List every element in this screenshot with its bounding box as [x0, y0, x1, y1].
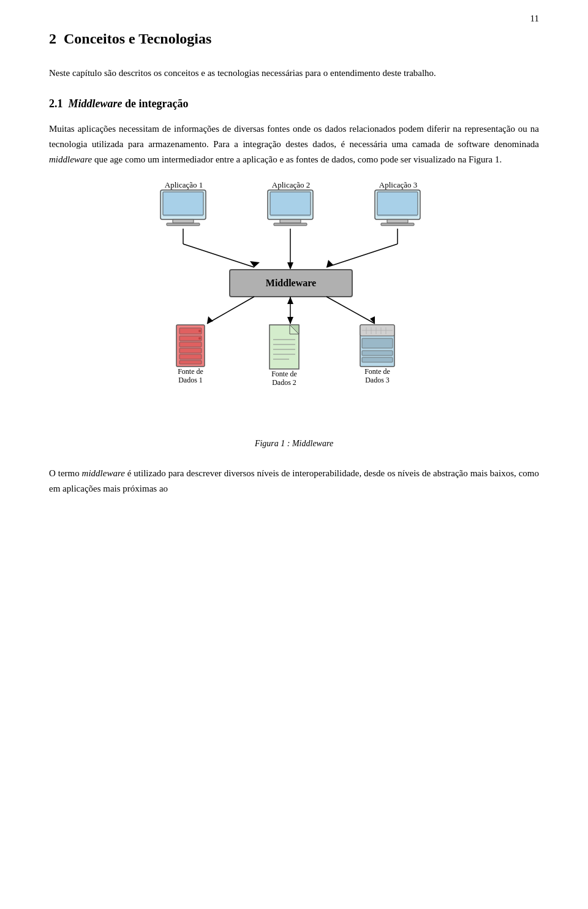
svg-rect-43: [362, 338, 393, 348]
svg-rect-44: [362, 351, 393, 356]
diagram-svg: Aplicação 1 Aplicação 2 Aplicação 3: [135, 177, 453, 428]
svg-line-16: [183, 244, 254, 267]
source3-label-line2: Dados 3: [365, 376, 390, 384]
middleware-diagram: Aplicação 1 Aplicação 2 Aplicação 3: [49, 177, 539, 428]
figure-caption: Figura 1 : Middleware: [49, 439, 539, 449]
data-source-3-icon: [360, 325, 394, 367]
svg-rect-7: [280, 219, 301, 223]
arrow-to-src2-down: [287, 317, 293, 324]
data-source-2-icon: [270, 325, 299, 369]
section-2-1-paragraph2: O termo middleware é utilizado para desc…: [49, 466, 539, 496]
svg-rect-6: [270, 192, 311, 215]
page-number: 11: [530, 13, 539, 24]
data-source-1-icon: [176, 325, 205, 367]
section-2-1-title: 2.1 Middleware de integração: [49, 97, 539, 110]
svg-rect-11: [377, 192, 418, 215]
svg-rect-25: [179, 336, 202, 341]
source1-label-line1: Fonte de: [178, 367, 203, 376]
computer-icon-3: [375, 190, 420, 226]
svg-rect-24: [179, 328, 202, 334]
svg-rect-12: [387, 219, 408, 223]
computer-icon-1: [160, 190, 206, 226]
arrow-from-src2-up: [287, 297, 293, 304]
svg-rect-28: [179, 354, 202, 359]
svg-rect-45: [362, 357, 393, 362]
source2-label-line2: Dados 2: [272, 378, 296, 387]
app1-label: Aplicação 1: [165, 180, 203, 189]
source2-label-line1: Fonte de: [271, 370, 297, 378]
svg-rect-1: [163, 192, 203, 215]
svg-marker-32: [270, 325, 299, 369]
chapter-title: 2 Conceitos e Tecnologias: [49, 31, 539, 47]
svg-rect-8: [274, 223, 307, 226]
svg-point-31: [198, 337, 201, 340]
source3-label-line1: Fonte de: [364, 367, 390, 376]
arrow2-head: [287, 262, 293, 270]
svg-rect-26: [179, 342, 202, 347]
app3-label: Aplicação 3: [379, 180, 417, 189]
middleware-text: Middleware: [266, 278, 316, 288]
intro-paragraph: Neste capítulo são descritos os conceito…: [49, 66, 539, 80]
app2-label: Aplicação 2: [272, 180, 310, 189]
svg-rect-3: [167, 223, 200, 226]
section-2-1-paragraph1: Muitas aplicações necessitam de informaç…: [49, 121, 539, 167]
svg-rect-13: [381, 223, 414, 226]
computer-icon-2: [268, 190, 313, 226]
svg-point-30: [198, 330, 201, 332]
source1-label-line2: Dados 1: [178, 376, 203, 384]
svg-rect-27: [179, 348, 202, 353]
svg-line-20: [207, 297, 254, 324]
svg-line-22: [326, 297, 375, 324]
svg-rect-2: [173, 219, 194, 223]
svg-line-19: [326, 244, 398, 267]
svg-rect-29: [179, 360, 202, 364]
arrow-to-src1: [207, 316, 213, 324]
